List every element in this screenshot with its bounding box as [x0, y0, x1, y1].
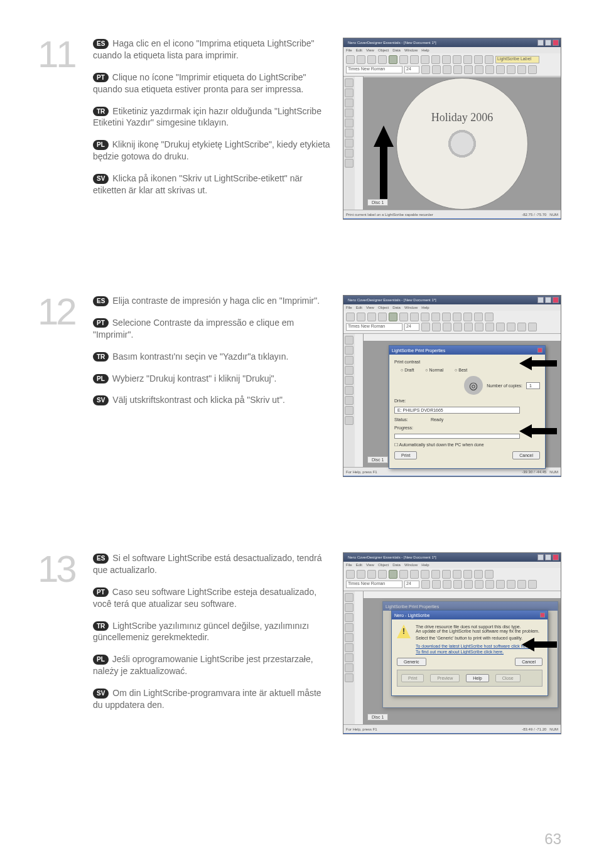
tool-icon[interactable] — [496, 580, 505, 589]
tool-icon[interactable] — [496, 65, 505, 74]
italic-icon[interactable] — [432, 65, 441, 74]
tool-icon[interactable] — [399, 570, 408, 579]
menu-item[interactable]: Object — [378, 306, 389, 309]
menu-item[interactable]: Window — [404, 48, 418, 52]
disc-tab[interactable]: Disc 1 — [367, 714, 388, 721]
lightscribe-print-icon[interactable] — [389, 570, 397, 579]
canvas-work[interactable]: LightScribe Print Properties Print contr… — [364, 341, 561, 467]
tool-icon[interactable] — [410, 313, 419, 321]
redo-icon[interactable] — [453, 313, 461, 321]
auto-shutdown-checkbox[interactable]: Automatically shut down the PC when done — [394, 442, 484, 447]
menubar[interactable]: File Edit View Object Data Window Help — [343, 562, 561, 568]
tool-icon[interactable] — [463, 313, 472, 321]
maximize-icon[interactable] — [545, 554, 551, 560]
tool-icon[interactable] — [507, 580, 515, 589]
menu-item[interactable]: File — [346, 563, 352, 567]
tool-icon[interactable] — [378, 55, 387, 64]
pointer-tool-icon[interactable] — [345, 336, 353, 345]
radio-best[interactable]: Best — [455, 368, 467, 372]
tool-icon[interactable] — [345, 396, 353, 405]
undo-icon[interactable] — [442, 313, 451, 321]
rect-tool-icon[interactable] — [345, 99, 353, 107]
pointer-tool-icon[interactable] — [345, 593, 353, 602]
menu-item[interactable]: View — [366, 563, 374, 567]
ellipse-tool-icon[interactable] — [345, 366, 353, 375]
tool-icon[interactable] — [345, 159, 353, 168]
tool-icon[interactable] — [464, 580, 473, 589]
tool-icon[interactable] — [378, 313, 387, 321]
tool-icon[interactable] — [346, 570, 355, 579]
tool-icon[interactable] — [517, 580, 526, 589]
menubar[interactable]: File Edit View Object Data Window Help — [343, 47, 561, 53]
tool-icon[interactable] — [507, 65, 515, 74]
font-size-select[interactable]: 24 — [404, 323, 419, 331]
ellipse-tool-icon[interactable] — [345, 623, 353, 632]
pointer-tool-icon[interactable] — [345, 78, 353, 87]
dialog-close-icon[interactable] — [540, 613, 545, 618]
underline-icon[interactable] — [443, 65, 451, 74]
menu-item[interactable]: Data — [392, 563, 401, 567]
font-name-select[interactable]: Times New Roman — [346, 66, 402, 73]
tool-icon[interactable] — [517, 65, 526, 74]
tool-icon[interactable] — [453, 580, 462, 589]
maximize-icon[interactable] — [545, 40, 551, 46]
print-button[interactable]: Print — [394, 451, 417, 459]
minimize-icon[interactable] — [537, 554, 544, 560]
tool-icon[interactable] — [485, 580, 494, 589]
tool-icon[interactable] — [453, 65, 462, 74]
text-tool-icon[interactable] — [345, 376, 353, 385]
tool-icon[interactable] — [410, 570, 419, 579]
radio-normal[interactable]: Normal — [425, 368, 443, 372]
download-link[interactable]: To download the latest LightScribe host … — [416, 644, 531, 648]
menu-item[interactable]: Object — [378, 48, 389, 52]
tool-icon[interactable] — [528, 65, 537, 74]
image-tool-icon[interactable] — [345, 129, 353, 137]
minimize-icon[interactable] — [537, 297, 544, 303]
tool-icon[interactable] — [485, 323, 494, 331]
tool-icon[interactable] — [345, 149, 353, 158]
menu-item[interactable]: Edit — [356, 306, 362, 309]
menu-item[interactable]: View — [366, 48, 374, 52]
redo-icon[interactable] — [453, 55, 461, 64]
menu-item[interactable]: Edit — [356, 48, 362, 52]
font-size-select[interactable]: 24 — [404, 66, 419, 73]
tool-icon[interactable] — [345, 416, 353, 425]
bold-icon[interactable] — [421, 580, 430, 589]
tool-icon[interactable] — [475, 580, 483, 589]
tool-icon[interactable] — [517, 323, 526, 331]
font-name-select[interactable]: Times New Roman — [346, 323, 402, 331]
cut-icon[interactable] — [421, 570, 429, 579]
tool-icon[interactable] — [399, 313, 408, 321]
cancel-button[interactable]: Cancel — [512, 451, 540, 459]
underline-icon[interactable] — [443, 323, 451, 331]
menu-item[interactable]: Help — [421, 306, 429, 309]
font-size-select[interactable]: 24 — [404, 581, 419, 588]
tool-icon[interactable] — [345, 673, 353, 682]
tool-icon[interactable] — [431, 570, 440, 579]
menu-item[interactable]: Edit — [356, 563, 362, 567]
cancel-button[interactable]: Cancel — [515, 658, 542, 666]
tool-icon[interactable] — [485, 65, 494, 74]
tool-icon[interactable] — [346, 313, 355, 321]
tool-icon[interactable] — [345, 88, 353, 97]
save-icon[interactable] — [367, 313, 376, 321]
undo-icon[interactable] — [442, 570, 451, 579]
menu-item[interactable]: Help — [421, 563, 429, 567]
tool-icon[interactable] — [345, 139, 353, 147]
tool-icon[interactable] — [431, 55, 440, 64]
image-tool-icon[interactable] — [345, 643, 353, 652]
tool-icon[interactable] — [474, 55, 483, 64]
undo-icon[interactable] — [442, 55, 451, 64]
italic-icon[interactable] — [432, 580, 441, 589]
bold-icon[interactable] — [421, 65, 430, 74]
tool-icon[interactable] — [475, 65, 483, 74]
generic-button[interactable]: Generic — [397, 658, 426, 666]
disc-preview[interactable]: Holiday 2006 — [396, 78, 528, 210]
rect-tool-icon[interactable] — [345, 356, 353, 365]
tool-icon[interactable] — [378, 570, 387, 579]
tool-icon[interactable] — [345, 663, 353, 672]
menu-item[interactable]: Help — [421, 48, 429, 52]
disc-tab[interactable]: Disc 1 — [367, 199, 388, 206]
help-button[interactable]: Help — [466, 674, 488, 682]
more-info-link[interactable]: To find out more about LightScribe click… — [416, 650, 504, 654]
